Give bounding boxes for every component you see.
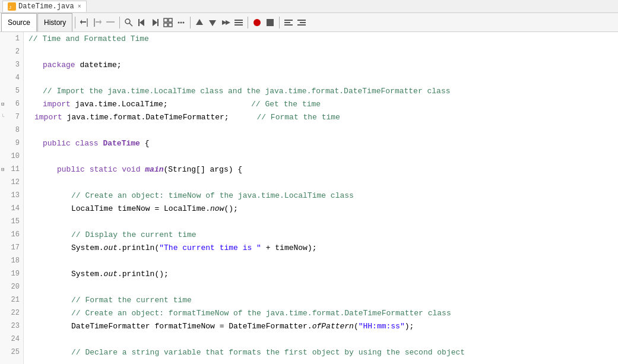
svg-rect-36	[297, 24, 306, 26]
code-line-16: // Display the current time	[24, 228, 618, 241]
down-icon	[208, 18, 217, 27]
svg-rect-14	[157, 19, 159, 26]
code-line-12	[24, 176, 618, 189]
next-icon	[150, 18, 160, 27]
code-line-23: DateTimeFormatter formatTimeNow = DateTi…	[24, 319, 618, 333]
list-icon	[234, 18, 243, 27]
svg-rect-26	[234, 20, 243, 21]
toolbar-dots-btn[interactable]	[175, 17, 187, 29]
line-num-8: 8	[0, 124, 23, 137]
source-tab[interactable]: Source	[1, 13, 37, 31]
code-line-17: System.out.println("The current time is …	[24, 241, 618, 254]
toolbar-align-right-btn[interactable]	[296, 17, 308, 29]
toolbar-stop-btn[interactable]	[104, 17, 116, 29]
grid-icon	[163, 18, 173, 27]
line-num-6: ⊟6	[0, 97, 23, 110]
toolbar-sep-1	[75, 17, 75, 29]
code-line-7: import java.time.format.DateTimeFormatte…	[24, 110, 618, 124]
jump-icon	[221, 18, 230, 27]
line-num-12: 12	[0, 176, 23, 189]
toolbar-search-btn[interactable]	[123, 17, 135, 29]
toolbar-square-btn[interactable]	[264, 17, 276, 29]
svg-marker-23	[209, 20, 216, 26]
code-line-3: package datetime;	[24, 58, 618, 71]
svg-rect-7	[94, 18, 95, 27]
toolbar-sep-3	[190, 17, 191, 29]
code-line-1-text: // Time and Formatted Time	[28, 34, 149, 43]
toolbar-next-btn[interactable]	[149, 17, 161, 29]
toolbar-grid-btn[interactable]	[162, 17, 174, 29]
toolbar-align-left-btn[interactable]	[283, 17, 294, 29]
fwd-icon	[93, 18, 102, 27]
svg-point-9	[125, 19, 130, 24]
toolbar-back-btn[interactable]	[78, 17, 90, 29]
svg-rect-33	[284, 24, 293, 26]
line-num-13: 13	[0, 189, 23, 202]
line-num-15: 15	[0, 215, 23, 228]
prev-icon	[137, 18, 147, 27]
toolbar-prev-btn[interactable]	[136, 17, 148, 29]
line-num-19: 19	[0, 267, 23, 280]
svg-rect-35	[300, 22, 306, 23]
svg-rect-27	[234, 22, 243, 23]
align-left-icon	[284, 18, 293, 27]
line-num-20: 20	[0, 280, 23, 293]
line-num-24: 24	[0, 333, 23, 346]
code-line-11: public static void main(String[] args) {	[24, 163, 618, 176]
line-num-2: 2	[0, 45, 23, 58]
file-tab-label: DateTime.java	[18, 2, 74, 11]
toolbar-jump-btn[interactable]	[220, 17, 232, 29]
svg-marker-13	[153, 19, 157, 26]
code-line-19: System.out.println();	[24, 267, 618, 280]
code-line-1: // Time and Formatted Time	[24, 32, 618, 45]
code-line-18	[24, 254, 618, 267]
code-line-24	[24, 333, 618, 346]
code-line-10	[24, 150, 618, 163]
svg-marker-25	[226, 20, 230, 25]
svg-rect-16	[169, 18, 172, 22]
svg-point-29	[253, 19, 261, 26]
svg-rect-34	[297, 20, 306, 21]
toolbar-down-btn[interactable]	[207, 17, 218, 29]
back-icon	[80, 18, 89, 27]
svg-marker-22	[196, 19, 203, 25]
toolbar: Source History	[0, 13, 618, 32]
code-area[interactable]: // Time and Formatted Time package datet…	[24, 32, 618, 364]
line-num-21: 21	[0, 293, 23, 306]
toolbar-sep-2	[119, 17, 120, 29]
editor-container: 1 2 3 4 5 ⊟6 └7 8 9 10 ⊟11 12 13 14 15 1…	[0, 32, 618, 364]
line-num-25: 25	[0, 346, 23, 359]
file-tab[interactable]: J DateTime.java ×	[2, 1, 87, 12]
svg-rect-32	[284, 22, 290, 23]
line-num-16: 16	[0, 228, 23, 241]
toolbar-sep-4	[248, 17, 248, 29]
line-num-23: 23	[0, 319, 23, 333]
line-num-10: 10	[0, 150, 23, 163]
code-line-5: // Import the java.time.LocalTime class …	[24, 84, 618, 97]
history-tab[interactable]: History	[37, 13, 72, 31]
toolbar-record-btn[interactable]	[251, 17, 263, 29]
square-icon	[265, 18, 275, 27]
code-line-2	[24, 45, 618, 58]
toolbar-up-btn[interactable]	[194, 17, 205, 29]
line-num-17: 17	[0, 241, 23, 254]
svg-point-19	[178, 21, 180, 23]
svg-marker-6	[100, 20, 102, 24]
svg-text:J: J	[9, 5, 11, 10]
toolbar-fwd-btn[interactable]	[91, 17, 103, 29]
svg-rect-31	[284, 20, 293, 21]
search-icon	[124, 18, 134, 27]
code-line-13: // Create an object: timeNow of the java…	[24, 189, 618, 202]
svg-rect-15	[164, 18, 167, 22]
line-num-5: 5	[0, 84, 23, 97]
svg-marker-3	[80, 20, 82, 24]
close-tab-button[interactable]: ×	[78, 4, 81, 10]
line-num-18: 18	[0, 254, 23, 267]
code-line-22: // Create an object: formatTimeNow of th…	[24, 306, 618, 319]
toolbar-sep-5	[279, 17, 280, 29]
line-num-1: 1	[0, 32, 23, 45]
line-num-4: 4	[0, 71, 23, 84]
toolbar-list-btn[interactable]	[233, 17, 245, 29]
svg-rect-17	[164, 23, 167, 27]
code-line-6: import java.time.LocalTime; // Get the t…	[24, 97, 618, 110]
